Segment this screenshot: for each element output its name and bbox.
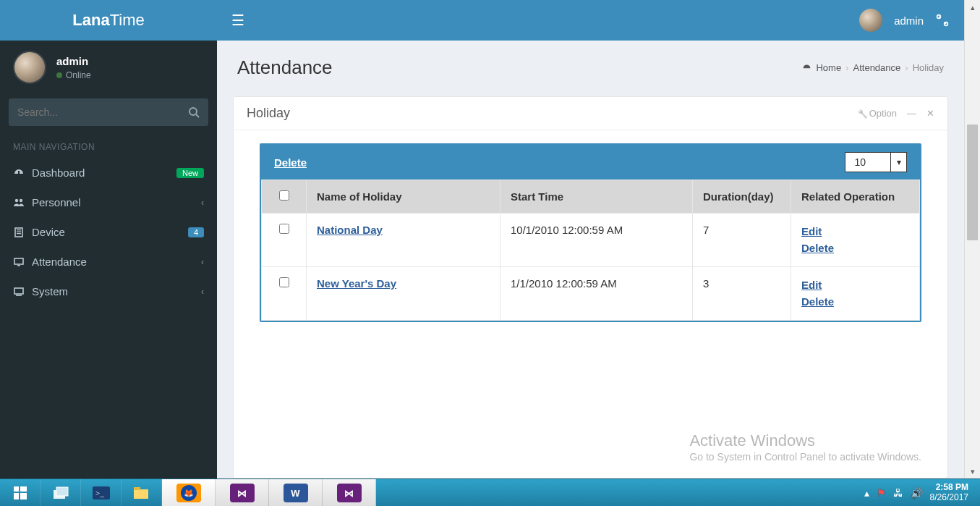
powershell-icon[interactable]: >_: [81, 479, 122, 506]
crumb-attendance[interactable]: Attendance: [853, 62, 901, 73]
panel-holiday: Holiday Option — ✕ Delete 10 ▾: [233, 96, 948, 478]
svg-rect-15: [14, 486, 19, 492]
panel-option[interactable]: Option: [858, 108, 897, 119]
inner-toolbar: Delete 10 ▾: [261, 145, 920, 180]
holiday-table: Name of Holiday Start Time Duration(day)…: [261, 180, 920, 321]
holiday-name-link[interactable]: New Year's Day: [317, 277, 396, 290]
taskbar-app-vs1[interactable]: ⋈: [216, 479, 269, 506]
select-all-checkbox[interactable]: [279, 190, 289, 201]
monitor-icon: [13, 256, 32, 268]
tray-up-icon[interactable]: ▴: [864, 487, 869, 499]
row-duration: 3: [693, 267, 791, 321]
taskbar-app-firefox[interactable]: 🦊: [162, 479, 216, 506]
tray-flag-icon[interactable]: ⚑: [877, 487, 886, 499]
content-header: Attendance Home › Attendance › Holiday: [217, 41, 964, 85]
online-dot-icon: [56, 72, 62, 78]
search-input[interactable]: [17, 106, 188, 118]
row-checkbox[interactable]: [279, 224, 289, 234]
sidebar-item-dashboard[interactable]: Dashboard New: [0, 158, 217, 187]
row-delete-link[interactable]: Delete: [801, 240, 909, 257]
row-duration: 7: [693, 214, 791, 267]
svg-point-3: [15, 198, 18, 201]
page-title: Attendance: [237, 56, 333, 79]
sidebar: LanaTime admin Online MAIN NAVIGATION Da…: [0, 0, 217, 478]
crumb-home[interactable]: Home: [816, 62, 841, 73]
file-manager-icon[interactable]: [41, 479, 81, 506]
svg-rect-5: [15, 228, 22, 237]
hamburger-icon[interactable]: ☰: [231, 12, 244, 29]
row-edit-link[interactable]: Edit: [801, 277, 909, 294]
svg-text:>_: >_: [95, 489, 104, 497]
panel-close-icon[interactable]: ✕: [926, 108, 934, 119]
svg-rect-9: [14, 258, 23, 264]
topbar-user[interactable]: admin: [894, 14, 924, 27]
user-panel: admin Online: [0, 41, 217, 91]
clock-time: 2:58 PM: [930, 483, 968, 492]
sidebar-item-personnel[interactable]: Personnel ‹: [0, 187, 217, 217]
user-status: Online: [56, 70, 91, 80]
svg-rect-16: [20, 486, 27, 492]
sidebar-item-attendance[interactable]: Attendance ‹: [0, 247, 217, 277]
scroll-thumb[interactable]: [967, 125, 978, 240]
user-name: admin: [56, 55, 91, 67]
table-row: New Year's Day 1/1/2010 12:00:59 AM 3 Ed…: [262, 267, 920, 321]
tray-volume-icon[interactable]: 🔊: [911, 487, 923, 499]
explorer-icon[interactable]: [122, 479, 162, 506]
tray-network-icon[interactable]: 🖧: [893, 487, 903, 499]
dashboard-crumb-icon: [802, 63, 811, 72]
topbar-avatar[interactable]: [859, 9, 882, 32]
chevron-down-icon[interactable]: ▾: [890, 153, 906, 172]
brand-first: Lana: [72, 11, 109, 29]
sidebar-item-system[interactable]: System ‹: [0, 277, 217, 306]
svg-rect-6: [17, 229, 21, 230]
start-button[interactable]: [0, 479, 41, 506]
scroll-down-icon[interactable]: ▾: [965, 464, 980, 478]
device-icon: [13, 227, 32, 238]
row-edit-link[interactable]: Edit: [801, 224, 909, 240]
system-icon: [13, 286, 32, 298]
svg-point-4: [20, 198, 22, 201]
table-row: National Day 10/1/2010 12:00:59 AM 7 Edi…: [262, 214, 920, 267]
svg-rect-18: [20, 493, 27, 499]
sidebar-item-label: System: [32, 285, 201, 298]
bulk-delete-link[interactable]: Delete: [274, 156, 307, 169]
taskbar-app-vs2[interactable]: ⋈: [323, 479, 376, 506]
chevron-left-icon: ‹: [201, 287, 204, 297]
brand-second: Time: [110, 11, 145, 29]
chevron-left-icon: ‹: [201, 198, 204, 208]
brand[interactable]: LanaTime: [0, 0, 217, 41]
panel-title: Holiday: [247, 106, 290, 121]
dashboard-icon: [13, 167, 32, 179]
sidebar-item-label: Personnel: [32, 196, 201, 208]
user-status-label: Online: [66, 70, 91, 80]
svg-rect-8: [17, 233, 21, 234]
scroll-up-icon[interactable]: ▴: [965, 0, 980, 14]
browser-scrollbar[interactable]: ▴ ▾: [964, 0, 980, 478]
svg-rect-20: [56, 487, 68, 496]
tray-clock[interactable]: 2:58 PM 8/26/2017: [930, 483, 973, 502]
page-size-select[interactable]: 10 ▾: [845, 152, 907, 172]
row-checkbox[interactable]: [279, 277, 289, 287]
watermark-title: Activate Windows: [689, 431, 921, 450]
col-name: Name of Holiday: [307, 180, 500, 214]
svg-rect-23: [134, 489, 148, 499]
svg-rect-11: [14, 288, 23, 294]
taskbar-app-word[interactable]: W: [269, 479, 323, 506]
system-tray: ▴ ⚑ 🖧 🔊 2:58 PM 8/26/2017: [857, 483, 980, 502]
svg-line-1: [196, 114, 199, 117]
row-start: 10/1/2010 12:00:59 AM: [500, 214, 693, 267]
avatar[interactable]: [13, 51, 46, 84]
breadcrumb: Home › Attendance › Holiday: [802, 62, 944, 73]
row-delete-link[interactable]: Delete: [801, 294, 909, 311]
search-icon[interactable]: [188, 106, 200, 118]
search-box[interactable]: [9, 98, 208, 126]
holiday-inner-box: Delete 10 ▾ Name of Holiday Start: [260, 143, 921, 322]
svg-rect-2: [18, 171, 20, 174]
sidebar-item-label: Device: [32, 226, 188, 238]
settings-icon[interactable]: [935, 13, 950, 28]
svg-rect-10: [17, 265, 20, 266]
holiday-name-link[interactable]: National Day: [317, 224, 383, 236]
panel-minimize-icon[interactable]: —: [907, 108, 916, 119]
sidebar-item-label: Attendance: [32, 256, 201, 268]
sidebar-item-device[interactable]: Device 4: [0, 217, 217, 247]
